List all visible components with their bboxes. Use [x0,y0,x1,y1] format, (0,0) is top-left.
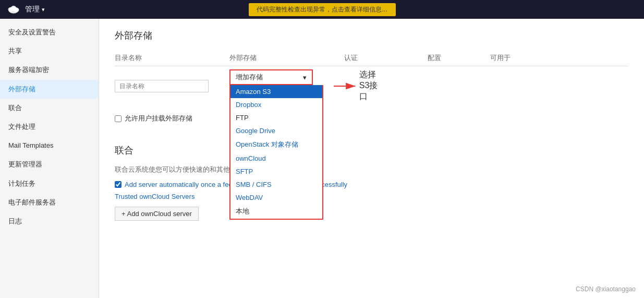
sidebar-item-external-storage[interactable]: 外部存储 [0,80,99,99]
storage-option-smb[interactable]: SMB / CIFS [230,178,322,191]
storage-option-local[interactable]: 本地 [230,204,322,219]
col-auth: 认证 [344,53,428,63]
nav-title[interactable]: 管理 ▾ [25,5,45,14]
app-layout: 安全及设置警告 共享 服务器端加密 外部存储 联合 文件处理 Mail Temp… [0,19,644,298]
allow-users-label: 允许用户挂载外部存储 [125,114,192,123]
col-config: 配置 [428,53,490,63]
storage-add-row: 增加存储 ▾ Amazon S3 Dropbox FTP Google Driv… [115,66,628,105]
integrity-alert[interactable]: 代码完整性检查出现异常，点击查看详细信息... [248,3,395,16]
storage-option-sftp[interactable]: SFTP [230,165,322,178]
top-nav: 管理 ▾ 代码完整性检查出现异常，点击查看详细信息... [0,0,644,19]
allow-users-row: 允许用户挂载外部存储 [115,114,628,123]
storage-option-ftp[interactable]: FTP [230,111,322,124]
sidebar-item-mail-templates[interactable]: Mail Templates [0,136,99,155]
federation-section: 联合 联合云系统使您可以方便快速的和其他用户共享文件。 Add server a… [115,144,628,221]
external-storage-title: 外部存储 [115,29,628,42]
cloud-icon [6,2,21,17]
federation-description: 联合云系统使您可以方便快速的和其他用户共享文件。 [115,165,628,174]
sidebar: 安全及设置警告 共享 服务器端加密 外部存储 联合 文件处理 Mail Temp… [0,19,99,298]
sidebar-item-file-handling[interactable]: 文件处理 [0,117,99,136]
col-external-storage: 外部存储 [229,53,344,63]
directory-name-input[interactable] [115,80,209,92]
col-available-for: 可用于 [490,53,553,63]
storage-option-google-drive[interactable]: Google Drive [230,124,322,137]
sidebar-item-security[interactable]: 安全及设置警告 [0,23,99,42]
storage-dropdown-menu: Amazon S3 Dropbox FTP Google Drive OpenS… [229,85,323,220]
sidebar-item-updater[interactable]: 更新管理器 [0,155,99,174]
sidebar-item-sharing[interactable]: 共享 [0,42,99,61]
dropdown-caret: ▾ [303,74,307,81]
auto-add-server-row: Add server automatically once a federate… [115,181,628,188]
watermark: CSDN @xiaotanggao [576,285,636,293]
auto-add-server-checkbox[interactable] [115,181,121,188]
sidebar-item-log[interactable]: 日志 [0,212,99,231]
storage-option-openstack[interactable]: OpenStack 对象存储 [230,137,322,152]
federation-title: 联合 [115,144,628,157]
sidebar-item-server-encryption[interactable]: 服务器端加密 [0,61,99,79]
storage-option-amazons3[interactable]: Amazon S3 [230,85,322,98]
s3-annotation: 选择S3接口 [334,69,386,102]
storage-type-dropdown[interactable]: 增加存储 ▾ Amazon S3 Dropbox FTP Google Driv… [229,69,313,85]
sidebar-item-cron[interactable]: 计划任务 [0,174,99,193]
storage-table-header: 目录名称 外部存储 认证 配置 可用于 [115,50,628,66]
trusted-servers-link[interactable]: Trusted ownCloud Servers [115,193,628,200]
storage-select-button[interactable]: 增加存储 ▾ [229,69,313,85]
svg-point-3 [11,6,16,10]
red-arrow-icon [334,78,359,94]
sidebar-item-federation[interactable]: 联合 [0,99,99,117]
col-dir-name: 目录名称 [115,53,229,63]
storage-option-webdav[interactable]: WebDAV [230,191,322,204]
storage-option-dropbox[interactable]: Dropbox [230,98,322,111]
allow-users-checkbox[interactable] [115,115,121,122]
storage-option-owncloud[interactable]: ownCloud [230,152,322,165]
add-owncloud-server-button[interactable]: + Add ownCloud server [115,207,199,221]
s3-annotation-text: 选择S3接口 [359,69,386,102]
sidebar-item-email-server[interactable]: 电子邮件服务器 [0,193,99,212]
main-content: 外部存储 目录名称 外部存储 认证 配置 可用于 增加存储 ▾ [99,19,644,298]
